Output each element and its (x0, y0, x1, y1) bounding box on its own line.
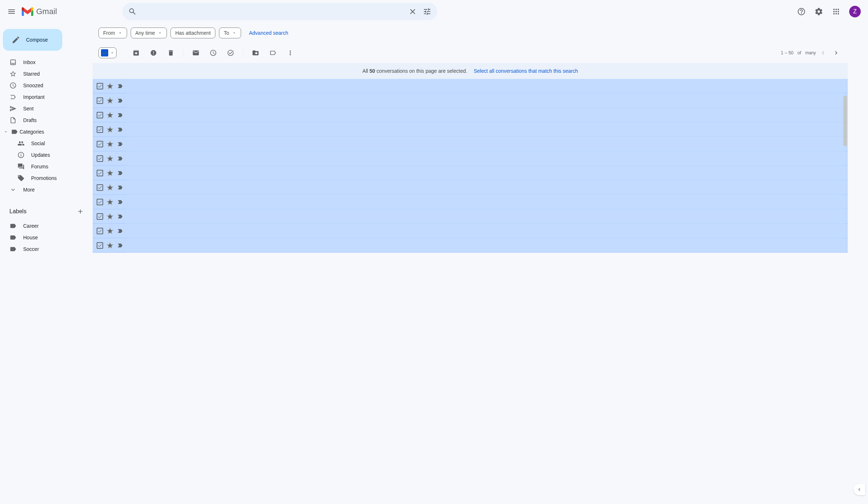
mail-row[interactable] (93, 180, 848, 195)
add-label-button[interactable] (75, 206, 86, 217)
compose-button[interactable]: Compose (3, 29, 62, 51)
mail-row[interactable] (93, 79, 848, 93)
row-important[interactable] (117, 242, 124, 249)
label-career[interactable]: Career (0, 220, 93, 232)
nav-updates[interactable]: Updates (0, 149, 93, 161)
more-actions-button[interactable] (283, 46, 298, 60)
row-star[interactable] (106, 184, 114, 191)
row-content-redacted (127, 79, 844, 93)
row-checkbox[interactable] (96, 169, 104, 177)
label-soccer[interactable]: Soccer (0, 243, 93, 255)
filter-from[interactable]: From (98, 28, 127, 38)
mail-row[interactable] (93, 224, 848, 238)
mail-row[interactable] (93, 209, 848, 224)
row-checkbox[interactable] (96, 83, 104, 90)
row-important[interactable] (117, 112, 124, 119)
main-menu-button[interactable] (3, 3, 20, 20)
row-important[interactable] (117, 169, 124, 177)
star-outline-icon (106, 169, 114, 177)
gmail-logo-area[interactable]: Gmail (22, 7, 101, 16)
row-checkbox[interactable] (96, 155, 104, 162)
search-input[interactable] (140, 8, 405, 15)
select-all-checkbox[interactable] (98, 47, 117, 58)
search-options-button[interactable] (420, 4, 434, 19)
mark-unread-button[interactable] (189, 46, 203, 60)
settings-button[interactable] (812, 4, 826, 19)
row-important[interactable] (117, 155, 124, 162)
advanced-search-link[interactable]: Advanced search (249, 30, 288, 36)
prev-page-button[interactable] (817, 47, 829, 59)
nav-snoozed[interactable]: Snoozed (0, 80, 93, 91)
scrollbar-thumb[interactable] (843, 96, 847, 146)
mail-row[interactable] (93, 195, 848, 209)
label-house[interactable]: House (0, 232, 93, 243)
nav-categories[interactable]: Categories (0, 126, 93, 138)
row-important[interactable] (117, 140, 124, 148)
filter-any-time[interactable]: Any time (131, 28, 167, 38)
nav-forums[interactable]: Forums (0, 161, 93, 172)
nav-starred[interactable]: Starred (0, 68, 93, 80)
mail-row[interactable] (93, 122, 848, 137)
row-checkbox[interactable] (96, 112, 104, 119)
archive-button[interactable] (129, 46, 143, 60)
row-star[interactable] (106, 198, 114, 206)
add-to-tasks-button[interactable] (223, 46, 238, 60)
nav-drafts[interactable]: Drafts (0, 114, 93, 126)
mail-row[interactable] (93, 166, 848, 180)
row-checkbox[interactable] (96, 97, 104, 104)
side-panel-toggle[interactable] (854, 484, 865, 495)
filter-to[interactable]: To (219, 28, 241, 38)
row-important[interactable] (117, 126, 124, 133)
mail-row[interactable] (93, 93, 848, 108)
row-important[interactable] (117, 198, 124, 206)
row-star[interactable] (106, 97, 114, 104)
row-checkbox[interactable] (96, 242, 104, 249)
row-star[interactable] (106, 83, 114, 90)
mail-row[interactable] (93, 108, 848, 122)
clear-search-button[interactable] (405, 4, 420, 19)
support-button[interactable] (794, 4, 809, 19)
filter-has-attachment[interactable]: Has attachment (170, 28, 215, 38)
row-important[interactable] (117, 227, 124, 235)
search-button[interactable] (125, 4, 140, 19)
row-checkbox[interactable] (96, 227, 104, 235)
snooze-button[interactable] (206, 46, 220, 60)
select-all-matching-link[interactable]: Select all conversations that match this… (474, 68, 578, 74)
row-star[interactable] (106, 112, 114, 119)
delete-button[interactable] (164, 46, 178, 60)
nav-promotions[interactable]: Promotions (0, 172, 93, 184)
report-spam-button[interactable] (146, 46, 161, 60)
move-to-button[interactable] (248, 46, 263, 60)
row-important[interactable] (117, 83, 124, 90)
nav-sent[interactable]: Sent (0, 103, 93, 114)
row-star[interactable] (106, 140, 114, 148)
nav-social[interactable]: Social (0, 138, 93, 149)
google-apps-button[interactable] (829, 4, 843, 19)
row-checkbox[interactable] (96, 126, 104, 133)
row-star[interactable] (106, 169, 114, 177)
row-checkbox[interactable] (96, 140, 104, 148)
row-checkbox[interactable] (96, 213, 104, 220)
row-star[interactable] (106, 126, 114, 133)
row-important[interactable] (117, 97, 124, 104)
chevron-left-icon (819, 49, 827, 56)
mail-row[interactable] (93, 137, 848, 151)
star-outline-icon (106, 213, 114, 220)
next-page-button[interactable] (830, 47, 842, 59)
row-important[interactable] (117, 184, 124, 191)
select-all-dropdown[interactable] (109, 51, 115, 55)
row-checkbox[interactable] (96, 198, 104, 206)
row-checkbox[interactable] (96, 184, 104, 191)
row-star[interactable] (106, 242, 114, 249)
row-star[interactable] (106, 155, 114, 162)
nav-more[interactable]: More (0, 184, 93, 196)
account-avatar[interactable]: Z (849, 6, 861, 17)
nav-important[interactable]: Important (0, 91, 93, 103)
mail-row[interactable] (93, 238, 848, 253)
row-important[interactable] (117, 213, 124, 220)
row-star[interactable] (106, 213, 114, 220)
nav-inbox[interactable]: Inbox (0, 56, 93, 68)
row-star[interactable] (106, 227, 114, 235)
mail-row[interactable] (93, 151, 848, 166)
labels-button[interactable] (266, 46, 280, 60)
